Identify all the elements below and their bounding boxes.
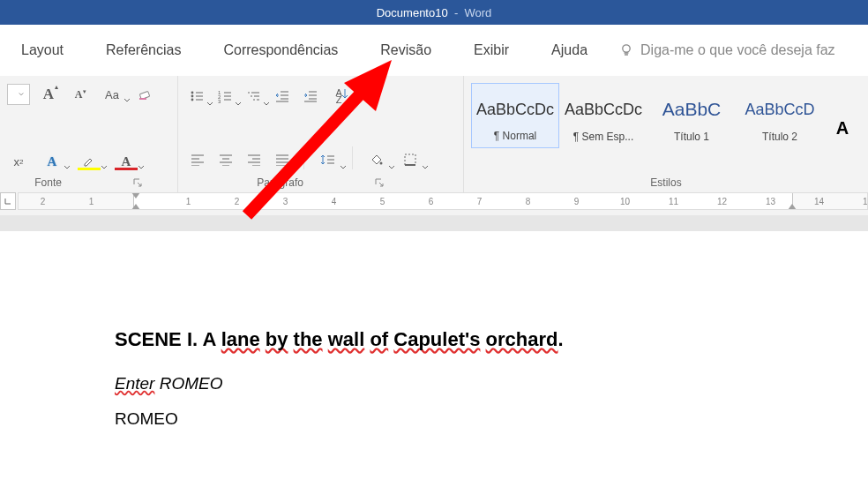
eraser-icon — [138, 86, 153, 102]
font-dialog-launcher[interactable] — [132, 177, 143, 188]
arrow-down-icon — [341, 88, 348, 101]
decrease-indent-button[interactable] — [270, 83, 295, 109]
highlighter-icon — [83, 155, 95, 168]
doc-speaker[interactable]: ROMEO — [115, 409, 868, 429]
ruler-area: 2 1 1 2 3 4 5 6 7 8 9 10 11 12 13 14 15 — [0, 192, 868, 215]
align-right-button[interactable] — [242, 146, 266, 173]
svg-point-8 — [380, 162, 383, 165]
svg-point-0 — [623, 45, 630, 52]
title-bar: Documento10 - Word — [0, 0, 868, 25]
doc-stage-direction[interactable]: Enter ROMEO — [115, 374, 868, 393]
pilcrow-icon: ¶ — [363, 88, 371, 104]
group-label-paragrafo: Parágrafo — [257, 174, 303, 191]
group-label-fonte: Fonte — [34, 174, 62, 191]
grow-font-button[interactable]: A▴ — [37, 83, 60, 106]
text-effects-button[interactable]: A — [37, 150, 67, 173]
tab-exibir[interactable]: Exibir — [453, 42, 530, 58]
app-name: Word — [464, 6, 491, 19]
hanging-indent-marker[interactable] — [131, 204, 140, 210]
group-paragrafo: 123 AZ ¶ Parágrafo — [178, 76, 464, 192]
numbering-icon: 123 — [218, 89, 234, 103]
numbering-button[interactable]: 123 — [213, 83, 238, 109]
font-size-combo[interactable] — [7, 84, 30, 105]
separator — [352, 146, 353, 169]
tell-me-search[interactable]: Diga-me o que você deseja faz — [609, 42, 868, 58]
tab-layout[interactable]: Layout — [0, 42, 85, 58]
align-left-button[interactable] — [185, 146, 210, 173]
tab-correspondencias[interactable]: Correspondências — [202, 42, 359, 58]
indent-icon — [303, 89, 318, 103]
group-estilos: AaBbCcDc ¶ Normal AaBbCcDc ¶ Sem Esp... … — [464, 76, 868, 192]
horizontal-ruler[interactable]: 2 1 1 2 3 4 5 6 7 8 9 10 11 12 13 14 15 — [18, 192, 868, 210]
first-line-indent-marker[interactable] — [131, 192, 140, 199]
style-sem-espacamento[interactable]: AaBbCcDc ¶ Sem Esp... — [559, 83, 647, 148]
align-center-button[interactable] — [213, 146, 238, 173]
multilevel-icon — [246, 89, 262, 103]
title-separator: - — [448, 6, 465, 19]
shading-button[interactable] — [362, 146, 392, 173]
shrink-font-button[interactable]: A▾ — [67, 83, 90, 106]
svg-point-3 — [191, 95, 194, 98]
ribbon: A▴ A▾ Aa x2 A A — [0, 76, 868, 192]
tab-ajuda[interactable]: Ajuda — [530, 42, 609, 58]
document-title: Documento10 — [377, 6, 448, 19]
chevron-down-icon — [19, 91, 24, 98]
paint-bucket-icon — [370, 153, 384, 167]
justify-button[interactable] — [270, 146, 295, 173]
justify-icon — [275, 154, 289, 166]
bullets-button[interactable] — [185, 83, 210, 109]
show-marks-button[interactable]: ¶ — [355, 83, 379, 109]
right-indent-marker[interactable] — [788, 204, 797, 210]
align-center-icon — [219, 154, 233, 166]
svg-text:3: 3 — [218, 99, 221, 103]
style-more[interactable]: A — [824, 83, 861, 173]
font-color-button[interactable]: A — [111, 150, 141, 173]
borders-icon — [403, 153, 417, 167]
line-spacing-icon — [320, 153, 336, 167]
lightbulb-icon — [619, 43, 633, 57]
sort-button[interactable]: AZ — [326, 83, 351, 109]
outdent-icon — [274, 89, 290, 103]
increase-indent-button[interactable] — [298, 83, 323, 109]
align-left-icon — [191, 154, 205, 166]
tab-revisao[interactable]: Revisão — [359, 42, 453, 58]
bullets-icon — [190, 89, 206, 103]
separator — [303, 146, 304, 169]
svg-rect-9 — [405, 154, 415, 165]
doc-heading[interactable]: SCENE I. A lane by the wall of Capulet's… — [115, 328, 868, 351]
clear-formatting-button[interactable] — [134, 83, 157, 106]
group-label-estilos: Estilos — [650, 174, 681, 191]
change-case-button[interactable]: Aa — [97, 83, 127, 106]
line-spacing-button[interactable] — [313, 146, 343, 173]
style-titulo-1[interactable]: AaBbC Título 1 — [647, 83, 736, 148]
subscript-button[interactable]: x2 — [7, 150, 30, 173]
borders-button[interactable] — [395, 146, 425, 173]
document-page[interactable]: SCENE I. A lane by the wall of Capulet's… — [0, 231, 868, 429]
group-fonte: A▴ A▾ Aa x2 A A — [0, 76, 178, 192]
ribbon-tabs: Layout Referências Correspondências Revi… — [0, 25, 868, 76]
tab-referencias[interactable]: Referências — [85, 42, 202, 58]
align-right-icon — [247, 154, 261, 166]
style-normal[interactable]: AaBbCcDc ¶ Normal — [471, 83, 559, 148]
svg-point-4 — [191, 99, 194, 101]
tell-me-placeholder: Diga-me o que você deseja faz — [640, 42, 835, 58]
multilevel-button[interactable] — [242, 83, 266, 109]
document-background — [0, 215, 868, 231]
highlight-button[interactable] — [74, 150, 104, 173]
tab-selector[interactable] — [0, 192, 16, 210]
paragraph-dialog-launcher[interactable] — [374, 177, 385, 188]
style-titulo-2[interactable]: AaBbCcD Título 2 — [736, 83, 824, 148]
svg-point-2 — [191, 92, 194, 94]
